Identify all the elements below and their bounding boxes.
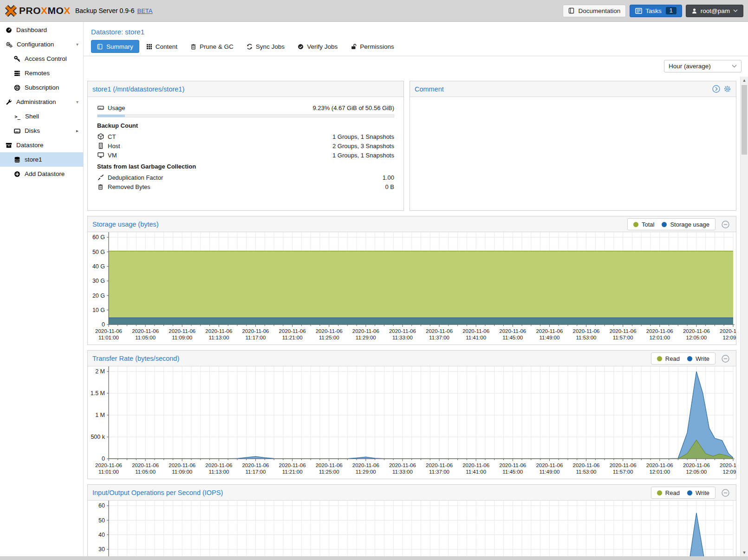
- content-area: store1 (/mnt/datastores/store1) Usage 9.…: [84, 77, 740, 560]
- top-bar: PROXMOX Backup Server 0.9-6 BETA Documen…: [0, 0, 748, 22]
- book-icon: [568, 7, 575, 14]
- svg-text:11:01:00: 11:01:00: [98, 469, 119, 475]
- sidebar-item-datastore[interactable]: Datastore: [0, 138, 83, 152]
- tab-permissions[interactable]: Permissions: [345, 40, 400, 53]
- sidebar-item-shell[interactable]: >_ Shell: [0, 109, 83, 124]
- tab-sync-jobs[interactable]: Sync Jobs: [241, 40, 291, 53]
- svg-text:2020-11-06: 2020-11-06: [205, 328, 232, 334]
- sidebar-item-subscription[interactable]: Subscription: [0, 80, 83, 95]
- svg-text:2020-11-06: 2020-11-06: [389, 328, 416, 334]
- sidebar-item-store1[interactable]: store1: [0, 152, 83, 167]
- svg-text:11:41:00: 11:41:00: [466, 469, 486, 475]
- legend-item-total[interactable]: Total: [633, 221, 654, 228]
- vertical-scrollbar[interactable]: ▲ ▼: [740, 77, 748, 560]
- svg-text:2020-11-06: 2020-11-06: [646, 328, 673, 334]
- window-bottom-edge: [0, 556, 748, 560]
- legend-item-write[interactable]: Write: [687, 355, 709, 362]
- legend-item-read[interactable]: Read: [657, 489, 680, 496]
- cube-icon: [98, 133, 104, 140]
- proxmox-x-icon: [5, 5, 17, 17]
- expand-caret-icon[interactable]: ▸: [76, 128, 78, 133]
- svg-text:1 M: 1 M: [95, 412, 105, 418]
- collapse-caret-icon[interactable]: ▾: [76, 42, 78, 47]
- usage-value: 9.23% (4.67 GiB of 50.56 GiB): [312, 104, 394, 111]
- chevron-down-icon: [732, 65, 737, 68]
- sidebar-item-access-control[interactable]: Access Control: [0, 52, 83, 66]
- database-icon: [14, 156, 20, 163]
- svg-text:2020-11-06: 2020-11-06: [205, 462, 232, 468]
- svg-text:11:49:00: 11:49:00: [539, 335, 559, 340]
- chart-legend[interactable]: Read Write: [651, 352, 715, 365]
- tab-verify-jobs[interactable]: Verify Jobs: [292, 40, 344, 53]
- sidebar-item-disks[interactable]: Disks ▸: [0, 124, 83, 138]
- svg-text:20 G: 20 G: [92, 293, 105, 299]
- svg-text:12:09:00: 12:09:00: [723, 469, 736, 475]
- svg-text:11:37:00: 11:37:00: [429, 335, 449, 340]
- storage-usage-chart: 010 G20 G30 G40 G50 G60 G2020-11-0611:01…: [88, 232, 736, 345]
- scrollbar-thumb[interactable]: [741, 85, 747, 155]
- svg-text:11:33:00: 11:33:00: [392, 335, 413, 340]
- beta-link[interactable]: BETA: [137, 7, 153, 14]
- backup-count-heading: Backup Count: [97, 122, 394, 129]
- svg-text:2020-11-06: 2020-11-06: [132, 328, 159, 334]
- svg-text:11:21:00: 11:21:00: [282, 469, 303, 475]
- chevron-circle-right-icon[interactable]: [712, 85, 720, 93]
- sidebar-item-add-datastore[interactable]: Add Datastore: [0, 167, 83, 181]
- sidebar-item-administration[interactable]: Administration ▾: [0, 95, 83, 109]
- tasks-count-badge: 1: [666, 7, 676, 14]
- svg-text:2020-11-06: 2020-11-06: [389, 462, 416, 468]
- compress-arrows-icon: [98, 174, 104, 181]
- svg-text:40 G: 40 G: [92, 263, 105, 270]
- user-menu-button[interactable]: root@pam: [686, 5, 743, 17]
- chart-legend[interactable]: Read Write: [651, 487, 715, 499]
- svg-text:2020-11-06: 2020-11-06: [279, 462, 306, 468]
- lifering-icon: [14, 85, 20, 91]
- documentation-button[interactable]: Documentation: [563, 5, 626, 17]
- svg-text:11:45:00: 11:45:00: [502, 335, 523, 340]
- svg-text:11:25:00: 11:25:00: [319, 335, 339, 340]
- svg-text:11:57:00: 11:57:00: [613, 335, 633, 340]
- svg-text:2020-11-06: 2020-11-06: [610, 462, 637, 468]
- brand-text: PROXMOX: [19, 5, 71, 16]
- svg-text:50: 50: [98, 517, 105, 524]
- tab-prune-gc[interactable]: Prune & GC: [184, 40, 240, 53]
- svg-text:2020-11-06: 2020-11-06: [132, 462, 159, 468]
- unlock-icon: [351, 44, 357, 50]
- scroll-up-arrow-icon[interactable]: ▲: [741, 77, 748, 84]
- collapse-minus-icon[interactable]: [722, 355, 729, 363]
- svg-text:2020-11-06: 2020-11-06: [95, 328, 122, 334]
- svg-text:11:13:00: 11:13:00: [208, 335, 229, 340]
- legend-item-read[interactable]: Read: [657, 355, 680, 362]
- iops-panel: Input/Output Operations per Second (IOPS…: [87, 484, 736, 560]
- svg-text:11:33:00: 11:33:00: [392, 469, 413, 475]
- svg-text:11:21:00: 11:21:00: [282, 335, 303, 340]
- sidebar-item-dashboard[interactable]: Dashboard: [0, 23, 83, 37]
- svg-text:30 G: 30 G: [92, 278, 105, 284]
- archive-icon: [6, 142, 12, 149]
- transfer-rate-chart: 0500 k1 M1.5 M2 M2020-11-0611:01:002020-…: [88, 366, 736, 479]
- svg-text:50 G: 50 G: [92, 249, 105, 255]
- chart-title: Transfer Rate (bytes/second): [92, 355, 179, 362]
- svg-text:12:05:00: 12:05:00: [686, 335, 707, 340]
- collapse-minus-icon[interactable]: [722, 221, 729, 228]
- scroll-down-arrow-icon[interactable]: ▼: [741, 549, 748, 556]
- chart-legend[interactable]: Total Storage usage: [627, 218, 715, 230]
- hdd-icon: [98, 104, 104, 111]
- svg-text:2020-11-06: 2020-11-06: [169, 462, 195, 468]
- usage-progress-fill: [98, 115, 125, 117]
- tasks-button[interactable]: Tasks 1: [630, 5, 682, 17]
- legend-item-write[interactable]: Write: [687, 489, 709, 496]
- sidebar-item-configuration[interactable]: Configuration ▾: [0, 37, 83, 52]
- svg-text:11:53:00: 11:53:00: [576, 335, 597, 340]
- tab-content[interactable]: Content: [140, 40, 183, 53]
- svg-text:60: 60: [98, 502, 105, 509]
- gear-icon[interactable]: [723, 85, 731, 93]
- sidebar-item-remotes[interactable]: Remotes: [0, 66, 83, 80]
- collapse-caret-icon[interactable]: ▾: [76, 99, 78, 104]
- tab-summary[interactable]: Summary: [91, 40, 139, 53]
- legend-dot: [633, 222, 638, 227]
- legend-item-storage-usage[interactable]: Storage usage: [662, 221, 709, 228]
- user-icon: [691, 8, 697, 14]
- collapse-minus-icon[interactable]: [722, 489, 729, 497]
- time-range-select[interactable]: Hour (average): [664, 60, 741, 72]
